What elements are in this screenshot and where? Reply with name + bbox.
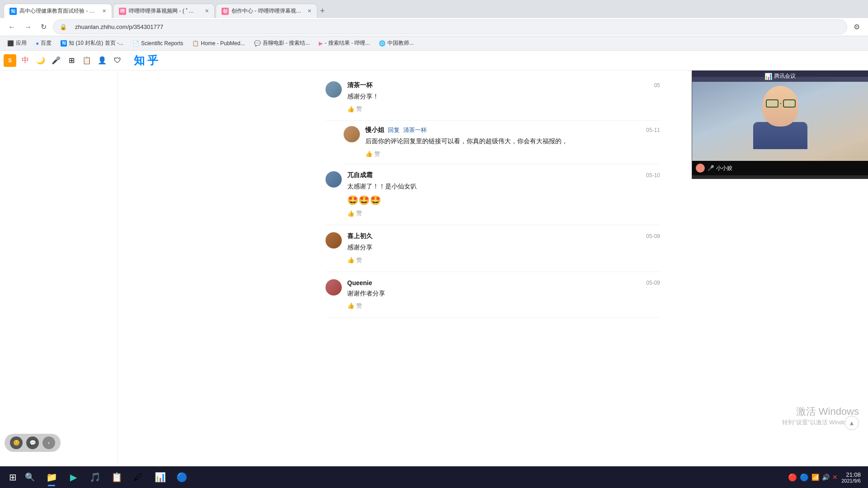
content-area: 清茶一杯 05 感谢分享！ 👍 赞 xyxy=(118,70,868,488)
bookmark-scientific-reports[interactable]: 📄 Scientific Reports xyxy=(129,39,187,47)
reply-text: 后面你的评论回复里的链接可以看，你真的超级伟大，你会有大福报的， xyxy=(365,136,660,146)
video-info-bar: 🎤 小小姣 xyxy=(692,161,868,175)
forward-button[interactable]: → xyxy=(22,22,34,32)
video-call-overlay: 📊 腾讯会议 xyxy=(692,70,868,179)
taskbar-system-icons: 🔴 🔵 📶 🔊 ✕ xyxy=(788,473,838,482)
floating-btn-emoji[interactable]: 😊 xyxy=(10,436,23,449)
like-button[interactable]: 👍 赞 xyxy=(347,256,362,264)
tab-zhihu-close[interactable]: ✕ xyxy=(102,8,106,14)
tool-icon-4[interactable]: ⊞ xyxy=(65,54,78,67)
bookmark-apps[interactable]: ⬛ 应用 xyxy=(4,38,30,48)
tab-bilibili2[interactable]: 创 创作中心 - 哔哩哔哩弹幕视频网 ✕ xyxy=(216,4,317,18)
tool-icon-6[interactable]: 👤 xyxy=(96,54,108,67)
like-button[interactable]: 👍 赞 xyxy=(347,302,362,310)
back-button[interactable]: ← xyxy=(5,22,18,32)
comment-actions: 👍 赞 xyxy=(365,150,660,158)
refresh-button[interactable]: ↻ xyxy=(38,22,49,32)
thumb-up-icon: 👍 xyxy=(365,150,373,157)
comment-header: Queenie 05-09 xyxy=(347,279,660,286)
comment-date: 05-10 xyxy=(646,172,660,178)
address-bar: ← → ↻ 🔒 ⚙ xyxy=(0,18,868,36)
tool-icon-2[interactable]: 🌙 xyxy=(34,54,47,67)
taskbar-x-icon[interactable]: ✕ xyxy=(832,474,838,481)
zhihu-logo: 知 乎 xyxy=(134,53,158,68)
comment-header: 喜上初久 05-09 xyxy=(347,232,660,240)
sogou-icon[interactable]: S xyxy=(4,54,16,67)
taskbar-search-button[interactable]: 🔍 xyxy=(22,469,38,485)
tool-icon-7[interactable]: 🛡 xyxy=(111,54,124,67)
comment-author: 清茶一杯 xyxy=(347,81,373,89)
tool-icon-1[interactable]: 中 xyxy=(19,54,32,67)
taskbar-app-notes[interactable]: 📋 xyxy=(107,467,127,487)
bookmark-wuliao[interactable]: 💬 吾聊电影 - 搜索结... xyxy=(250,38,314,48)
tab-bilibili2-close[interactable]: ✕ xyxy=(307,8,311,14)
taskbar-app-draw[interactable]: 🖊 xyxy=(128,467,148,487)
taskbar-app-meeting[interactable]: 🔵 xyxy=(172,467,192,487)
comment-date: 05-09 xyxy=(646,233,660,239)
bookmark-chinese-teacher[interactable]: 🌐 中国教师... xyxy=(375,38,417,48)
taskbar-app-present[interactable]: 📊 xyxy=(150,467,170,487)
bookmark-bilibili-search[interactable]: ▶ - 搜索结果 - 哔哩... xyxy=(315,38,373,48)
like-button[interactable]: 👍 赞 xyxy=(347,209,362,217)
tab-zhihu[interactable]: 知 高中心理健康教育面试经验 - 知... ✕ xyxy=(4,4,112,18)
reply-to-label[interactable]: 回复 xyxy=(388,126,400,134)
comment-text: 感谢分享！ xyxy=(347,91,660,101)
avatar xyxy=(326,232,342,249)
extensions-button[interactable]: ⚙ xyxy=(851,22,863,32)
thumb-up-icon: 👍 xyxy=(347,210,354,217)
url-input[interactable] xyxy=(70,22,840,32)
avatar xyxy=(326,171,342,188)
comments-section: 清茶一杯 05 感谢分享！ 👍 赞 xyxy=(316,74,669,318)
video-content xyxy=(692,70,868,161)
comment-header: 慢小姐 回复 清茶一杯 05-11 xyxy=(365,126,660,134)
taskbar-app-explorer[interactable]: 📁 xyxy=(42,467,61,487)
comment-actions: 👍 赞 xyxy=(347,256,660,264)
floating-btn-collapse[interactable]: ‹ xyxy=(42,436,55,449)
avatar xyxy=(326,279,342,296)
left-sidebar xyxy=(0,70,118,488)
comment-reply-item: 慢小姐 回复 清茶一杯 05-11 后面你的评论回复里的链接可以看，你真的超级伟… xyxy=(344,121,660,164)
taskbar-blue-icon: 🔵 xyxy=(800,473,809,482)
taskbar-app-media1[interactable]: ▶ xyxy=(63,467,83,487)
start-button[interactable]: ⊞ xyxy=(4,468,22,486)
taskbar-volume-icon[interactable]: 🔊 xyxy=(822,474,830,481)
comment-author: 兀自成霜 xyxy=(347,171,373,179)
taskbar-clock: 21:08 2021/9/6 xyxy=(841,471,861,483)
bookmark-zhihu[interactable]: 知 知 (10 封私信) 首页 -... xyxy=(57,38,127,48)
like-button[interactable]: 👍 赞 xyxy=(347,105,362,113)
comment-text: 谢谢作者分享 xyxy=(347,288,660,298)
taskbar-network-icon[interactable]: 📶 xyxy=(811,474,819,481)
like-button[interactable]: 👍 赞 xyxy=(365,150,380,158)
comment-body: 慢小姐 回复 清茶一杯 05-11 后面你的评论回复里的链接可以看，你真的超级伟… xyxy=(365,126,660,158)
tool-icon-3[interactable]: 🎤 xyxy=(50,54,62,67)
bookmark-pubmed[interactable]: 📋 Home - PubMed... xyxy=(189,39,248,47)
browser-chrome: 知 高中心理健康教育面试经验 - 知... ✕ 哔 哔哩哔哩弹幕视频网 - ( … xyxy=(0,0,868,70)
scroll-top-button[interactable]: ▲ xyxy=(844,416,859,430)
new-tab-button[interactable]: + xyxy=(320,6,325,16)
lock-icon: 🔒 xyxy=(60,23,67,30)
comment-item: Queenie 05-09 谢谢作者分享 👍 赞 xyxy=(326,272,660,318)
comment-author: 喜上初久 xyxy=(347,232,373,240)
floating-btn-chat[interactable]: 💬 xyxy=(26,436,39,449)
bookmark-baidu[interactable]: ● 百度 xyxy=(32,38,55,48)
comment-body: Queenie 05-09 谢谢作者分享 👍 赞 xyxy=(347,279,660,310)
comment-header: 兀自成霜 05-10 xyxy=(347,171,660,179)
thumb-up-icon: 👍 xyxy=(347,302,354,309)
comment-item: 清茶一杯 05 感谢分享！ 👍 赞 xyxy=(326,74,660,121)
thumb-up-icon: 👍 xyxy=(347,257,354,263)
avatar xyxy=(344,126,360,142)
thumb-up-icon: 👍 xyxy=(347,106,354,113)
comment-date: 05-09 xyxy=(646,280,660,286)
comment-body: 清茶一杯 05 感谢分享！ 👍 赞 xyxy=(347,81,660,113)
taskbar-app-media2[interactable]: 🎵 xyxy=(85,467,105,487)
video-mic-icon: 🎤 xyxy=(708,165,714,171)
comment-date: 05 xyxy=(654,82,660,89)
tool-icon-5[interactable]: 📋 xyxy=(80,54,93,67)
tab-bilibili1-close[interactable]: ✕ xyxy=(205,8,209,14)
floating-toolbar: 😊 💬 ‹ xyxy=(5,434,61,452)
video-avatar xyxy=(696,164,705,173)
comment-header: 清茶一杯 05 xyxy=(347,81,660,89)
reply-target: 清茶一杯 xyxy=(403,126,427,134)
comment-text: 太感谢了！！是小仙女叭 xyxy=(347,181,660,191)
tab-bilibili1[interactable]: 哔 哔哩哔哩弹幕视频网 - ( ﾟ∀ﾟ)... ✕ xyxy=(113,4,215,18)
